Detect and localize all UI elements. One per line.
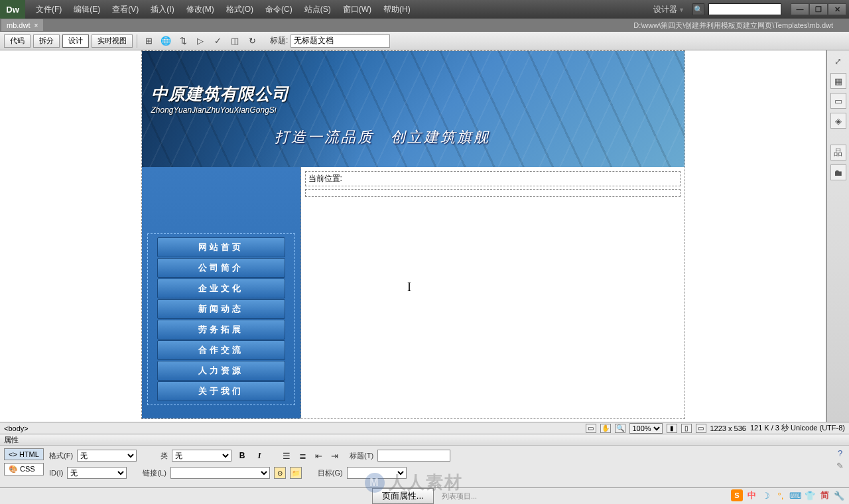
content-area[interactable]: 当前位置:	[301, 167, 685, 418]
point-to-file-icon[interactable]: ⊙	[274, 467, 286, 479]
link-label: 链接(L)	[143, 468, 166, 478]
hand-tool-icon[interactable]: ✋	[600, 424, 611, 433]
ime-skin-icon[interactable]: 👕	[804, 489, 816, 501]
nav-contact[interactable]: 关于我们	[157, 381, 285, 401]
refresh-icon[interactable]: ↻	[245, 34, 259, 48]
page-template: 中原建筑有限公司 ZhongYuanJianZhuYouXianGongSi 打…	[141, 50, 685, 419]
ordered-list-icon[interactable]: ≣	[296, 450, 308, 461]
menu-view[interactable]: 查看(V)	[107, 1, 144, 18]
workspace-switcher[interactable]: 设计器▼	[649, 3, 688, 17]
properties-footer: 页面属性... 列表项目...	[0, 488, 849, 504]
zoom-tool-icon[interactable]: 🔍	[615, 424, 625, 433]
menu-help[interactable]: 帮助(H)	[378, 1, 416, 18]
page-size-info: 121 K / 3 秒 Unicode (UTF-8)	[750, 423, 845, 433]
select-tool-icon[interactable]: ▭	[586, 424, 596, 433]
tag-selector-bar: <body> ▭ ✋ 🔍 100% ▮ ▯ ▭ 1223 x 536 121 K…	[0, 422, 849, 434]
ime-settings-icon[interactable]: 🔧	[833, 489, 845, 501]
visual-aids-icon[interactable]: ◫	[228, 34, 242, 48]
assets-panel-icon[interactable]: ◈	[830, 113, 846, 129]
browse-folder-icon[interactable]: 📁	[290, 467, 302, 479]
document-title-input[interactable]	[291, 34, 390, 48]
ime-simplified-icon[interactable]: 简	[818, 489, 830, 501]
properties-header[interactable]: 属性	[0, 434, 849, 446]
menu-format[interactable]: 格式(O)	[221, 1, 259, 18]
nav-culture[interactable]: 企业文化	[157, 279, 285, 298]
resources-panel-icon[interactable]: 🖿	[830, 164, 846, 180]
browser-preview-icon[interactable]: 🌐	[159, 34, 173, 48]
target-select[interactable]	[347, 467, 407, 479]
tab-close-icon[interactable]: ×	[34, 22, 38, 29]
view-code-button[interactable]: 代码	[4, 34, 31, 48]
nav-sidebar: 网站首页 公司简介 企业文化 新闻动态 劳务拓展 合作交流 人力资源 关于我们	[142, 167, 301, 418]
document-toolbar: 代码 拆分 设计 实时视图 ⊞ 🌐 ⇅ ▷ ✓ ◫ ↻ 标题:	[0, 32, 849, 50]
document-tab[interactable]: mb.dwt ×	[1, 19, 43, 31]
expand-panels-icon[interactable]: ⤢	[830, 53, 846, 69]
menu-file[interactable]: 文件(F)	[31, 1, 67, 18]
bold-button[interactable]: B	[235, 450, 249, 462]
nav-home[interactable]: 网站首页	[157, 237, 285, 257]
id-label: ID(I)	[49, 469, 63, 477]
canvas-dimensions: 1223 x 536	[710, 424, 746, 432]
menu-edit[interactable]: 编辑(E)	[68, 1, 105, 18]
menubar-right: 设计器▼ 🔍 — ❐ ✕	[649, 3, 849, 17]
search-input[interactable]	[708, 3, 781, 15]
menu-insert[interactable]: 插入(I)	[145, 1, 179, 18]
view-split-button[interactable]: 拆分	[33, 34, 60, 48]
nav-coop[interactable]: 合作交流	[157, 340, 285, 360]
properties-html-tab[interactable]: <> HTML	[4, 448, 44, 460]
design-canvas[interactable]: 中原建筑有限公司 ZhongYuanJianZhuYouXianGongSi 打…	[0, 50, 826, 422]
ime-lang-icon[interactable]: 中	[746, 489, 757, 501]
ime-moon-icon[interactable]: ☽	[760, 489, 772, 501]
menu-modify[interactable]: 修改(M)	[181, 1, 220, 18]
view-live-button[interactable]: 实时视图	[92, 34, 133, 48]
viewport-icon-2[interactable]: ▯	[681, 424, 692, 433]
sogou-icon[interactable]: S	[731, 489, 743, 501]
link-select[interactable]	[170, 467, 270, 479]
viewport-icon-1[interactable]: ▮	[667, 424, 677, 433]
list-item-button: 列表项目...	[442, 491, 477, 501]
help-icon[interactable]: ?	[838, 448, 842, 458]
files-panel-icon[interactable]: 品	[830, 145, 846, 160]
id-select[interactable]: 无	[67, 467, 127, 479]
view-design-button[interactable]: 设计	[62, 34, 89, 48]
nav-hr[interactable]: 人力资源	[157, 361, 285, 381]
text-cursor-icon: I	[407, 281, 411, 294]
unordered-list-icon[interactable]: ☰	[281, 450, 293, 461]
menu-site[interactable]: 站点(S)	[299, 1, 336, 18]
properties-css-tab[interactable]: 🎨 CSS	[4, 463, 44, 475]
nav-about[interactable]: 公司简介	[157, 258, 285, 278]
class-select[interactable]: 无	[172, 450, 231, 462]
minimize-button[interactable]: —	[791, 3, 809, 15]
validate-icon[interactable]: ▷	[193, 34, 208, 48]
indent-icon[interactable]: ⇥	[328, 450, 340, 461]
multiscreen-icon[interactable]: ⊞	[141, 34, 156, 48]
zoom-select[interactable]: 100%	[629, 423, 663, 434]
tag-body[interactable]: <body>	[4, 424, 29, 432]
nav-labor[interactable]: 劳务拓展	[157, 320, 285, 340]
page-properties-button[interactable]: 页面属性...	[372, 488, 434, 504]
css-styles-panel-icon[interactable]: ▦	[830, 73, 846, 89]
outdent-icon[interactable]: ⇤	[312, 450, 324, 461]
menubar: Dw 文件(F) 编辑(E) 查看(V) 插入(I) 修改(M) 格式(O) 命…	[0, 0, 849, 19]
nav-news[interactable]: 新闻动态	[157, 299, 285, 319]
check-icon[interactable]: ✓	[210, 34, 225, 48]
editable-region[interactable]	[305, 189, 681, 197]
title-label: 标题:	[270, 35, 288, 46]
menu-commands[interactable]: 命令(C)	[260, 1, 298, 18]
italic-button[interactable]: I	[253, 450, 266, 462]
file-management-icon[interactable]: ⇅	[176, 34, 190, 48]
format-select[interactable]: 无	[77, 450, 137, 462]
breadcrumb-region[interactable]: 当前位置:	[305, 171, 681, 186]
title-attr-input[interactable]	[377, 450, 450, 462]
ime-keyboard-icon[interactable]: ⌨	[789, 489, 801, 501]
ap-elements-panel-icon[interactable]: ▭	[830, 93, 846, 109]
class-label: 类	[161, 451, 168, 461]
menu-window[interactable]: 窗口(W)	[338, 1, 377, 18]
restore-button[interactable]: ❐	[809, 3, 828, 15]
close-button[interactable]: ✕	[828, 3, 846, 15]
search-icon[interactable]: 🔍	[692, 3, 704, 15]
quick-tag-icon[interactable]: ✎	[836, 461, 844, 471]
ime-punct-icon[interactable]: °,	[775, 489, 787, 501]
viewport-icon-3[interactable]: ▭	[696, 424, 706, 433]
company-slogan: 打造一流品质 创立建筑旗舰	[275, 127, 490, 147]
